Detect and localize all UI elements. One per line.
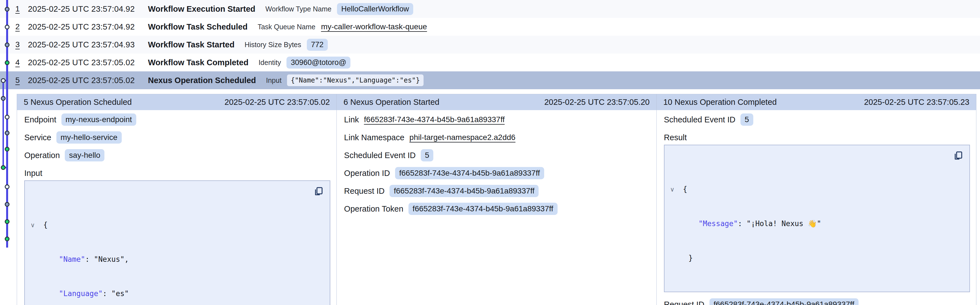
field-value-chip: 5 xyxy=(421,149,434,161)
json-line: "Language": "es" xyxy=(29,288,310,299)
json-key: "Language" xyxy=(59,289,103,298)
event-timestamp: 2025-02-25 UTC 23:57:05.02 xyxy=(28,58,148,67)
timeline-dot-event-5 xyxy=(2,79,5,82)
task-queue-link[interactable]: my-caller-workflow-task-queue xyxy=(321,22,427,31)
event-name: Nexus Operation Scheduled xyxy=(148,76,256,85)
json-brace: { xyxy=(683,185,687,193)
field-operation-id: Operation ID f665283f-743e-4374-b45b-9a6… xyxy=(344,167,650,179)
event-row-1[interactable]: 1 2025-02-25 UTC 23:57:04.92 Workflow Ex… xyxy=(0,0,980,18)
field-request-id: Request ID f665283f-743e-4374-b45b-9a61a… xyxy=(344,185,650,197)
json-line: } xyxy=(668,252,950,264)
event-timestamp: 2025-02-25 UTC 23:57:04.93 xyxy=(28,40,148,49)
copy-button[interactable] xyxy=(302,185,325,198)
field-service: Service my-hello-service xyxy=(24,131,330,144)
input-json-viewer: ∨{ "Name": "Nexus", "Language": "es" } xyxy=(24,180,330,305)
event-id-link-2[interactable]: 2 xyxy=(15,22,28,31)
event-attr-label: Task Queue Name xyxy=(258,23,315,31)
panel-title: 5 Nexus Operation Scheduled xyxy=(24,98,132,107)
field-label: Operation Token xyxy=(344,204,403,213)
field-scheduled-event-id: Scheduled Event ID 5 xyxy=(664,114,970,126)
namespace-link[interactable]: phil-target-namespace2.a2dd6 xyxy=(409,133,515,142)
collapse-chevron-icon[interactable]: ∨ xyxy=(668,184,683,195)
timeline-dot-event-9 xyxy=(5,147,9,151)
event-row-4[interactable]: 4 2025-02-25 UTC 23:57:05.02 Workflow Ta… xyxy=(0,54,980,71)
event-attr-value-chip: 772 xyxy=(307,39,328,51)
panel-body: Endpoint my-nexus-endpoint Service my-he… xyxy=(17,110,336,305)
field-label: Scheduled Event ID xyxy=(664,115,735,124)
event-attr-label: Workflow Type Name xyxy=(266,5,332,13)
field-link-namespace: Link Namespace phil-target-namespace2.a2… xyxy=(344,131,650,144)
event-id-link-5[interactable]: 5 xyxy=(15,76,28,85)
field-value-chip: my-nexus-endpoint xyxy=(61,114,136,126)
json-brace: } xyxy=(689,254,693,262)
event-detail-panels: 5 Nexus Operation Scheduled 2025-02-25 U… xyxy=(17,94,976,305)
event-name: Workflow Task Scheduled xyxy=(148,22,248,32)
copy-icon xyxy=(313,186,324,197)
event-attr-value-chip: HelloCallerWorkflow xyxy=(337,3,413,15)
panel-nexus-operation-started: 6 Nexus Operation Started 2025-02-25 UTC… xyxy=(337,94,656,305)
json-line: "Name": "Nexus", xyxy=(29,254,310,265)
event-name: Workflow Task Completed xyxy=(148,58,248,67)
field-result-label: Result xyxy=(664,131,970,144)
event-name: Workflow Execution Started xyxy=(148,5,256,14)
field-label: Scheduled Event ID xyxy=(344,151,415,160)
timeline-dot-event-8 xyxy=(5,131,9,135)
timeline-dot-event-2 xyxy=(5,25,9,29)
json-brace: { xyxy=(43,221,48,229)
timeline-dot-event-11 xyxy=(5,185,9,189)
json-line: "Message": "¡Hola! Nexus 👋" xyxy=(668,218,950,229)
field-value-chip: my-hello-service xyxy=(56,131,122,144)
copy-button[interactable] xyxy=(941,149,965,163)
panel-timestamp: 2025-02-25 UTC 23:57:05.20 xyxy=(544,98,649,107)
timeline-dot-event-7 xyxy=(5,115,9,119)
field-value-chip: f665283f-743e-4374-b45b-9a61a89337ff xyxy=(395,167,544,179)
json-value: : "es" xyxy=(103,289,129,298)
event-attr-label: Input xyxy=(266,76,282,84)
event-timestamp: 2025-02-25 UTC 23:57:05.02 xyxy=(28,76,148,85)
event-id-link-1[interactable]: 1 xyxy=(15,5,28,13)
event-id-link-4[interactable]: 4 xyxy=(15,58,28,67)
collapse-chevron-icon[interactable]: ∨ xyxy=(29,220,43,231)
event-attr-value-chip: 30960@totoro@ xyxy=(286,57,350,69)
field-request-id: Request ID f665283f-743e-4374-b45b-9a61a… xyxy=(664,298,970,305)
field-input-label: Input xyxy=(24,167,330,179)
panel-title: 6 Nexus Operation Started xyxy=(344,98,439,107)
panel-body: Scheduled Event ID 5 Result ∨{ "Message"… xyxy=(657,110,976,305)
field-label: Link xyxy=(344,115,359,124)
field-scheduled-event-id: Scheduled Event ID 5 xyxy=(344,149,650,161)
event-row-5-selected[interactable]: 5 2025-02-25 UTC 23:57:05.02 Nexus Opera… xyxy=(0,71,980,89)
field-label: Input xyxy=(24,169,43,178)
panel-timestamp: 2025-02-25 UTC 23:57:05.23 xyxy=(864,98,969,107)
event-timestamp: 2025-02-25 UTC 23:57:04.92 xyxy=(28,22,148,32)
field-label: Result xyxy=(664,133,687,142)
field-label: Request ID xyxy=(664,300,705,305)
field-label: Operation xyxy=(24,151,60,160)
event-attr-label: Identity xyxy=(259,58,281,66)
field-operation: Operation say-hello xyxy=(24,149,330,161)
field-value-chip: f665283f-743e-4374-b45b-9a61a89337ff xyxy=(710,298,859,305)
timeline-dot-event-10 xyxy=(2,166,5,169)
workflow-link[interactable]: f665283f-743e-4374-b45b-9a61a89337ff xyxy=(364,115,505,124)
copy-icon xyxy=(953,150,964,161)
field-label: Operation ID xyxy=(344,169,390,178)
result-json-viewer: ∨{ "Message": "¡Hola! Nexus 👋" } xyxy=(664,145,970,292)
field-value-chip: f665283f-743e-4374-b45b-9a61a89337ff xyxy=(390,185,539,197)
event-row-3[interactable]: 3 2025-02-25 UTC 23:57:04.93 Workflow Ta… xyxy=(0,36,980,54)
json-key: "Name" xyxy=(59,255,85,264)
event-attr-label: History Size Bytes xyxy=(245,41,301,49)
timeline-dot-event-6 xyxy=(2,96,5,100)
field-label: Service xyxy=(24,133,51,142)
json-line: ∨{ xyxy=(668,183,950,195)
event-row-2[interactable]: 2 2025-02-25 UTC 23:57:04.92 Workflow Ta… xyxy=(0,18,980,36)
event-input-json-chip: {"Name":"Nexus","Language":"es"} xyxy=(287,74,423,86)
timeline-dot-event-4 xyxy=(5,61,9,65)
field-value-chip: f665283f-743e-4374-b45b-9a61a89337ff xyxy=(409,203,558,215)
event-name: Workflow Task Started xyxy=(148,40,234,49)
field-value-chip: say-hello xyxy=(65,149,104,161)
field-link: Link f665283f-743e-4374-b45b-9a61a89337f… xyxy=(344,114,650,126)
event-id-link-3[interactable]: 3 xyxy=(15,40,28,49)
timeline-dot-event-3 xyxy=(5,43,9,47)
timeline-dot-event-14 xyxy=(5,237,9,241)
json-key: "Message" xyxy=(698,220,738,228)
panel-body: Link f665283f-743e-4374-b45b-9a61a89337f… xyxy=(337,110,656,215)
